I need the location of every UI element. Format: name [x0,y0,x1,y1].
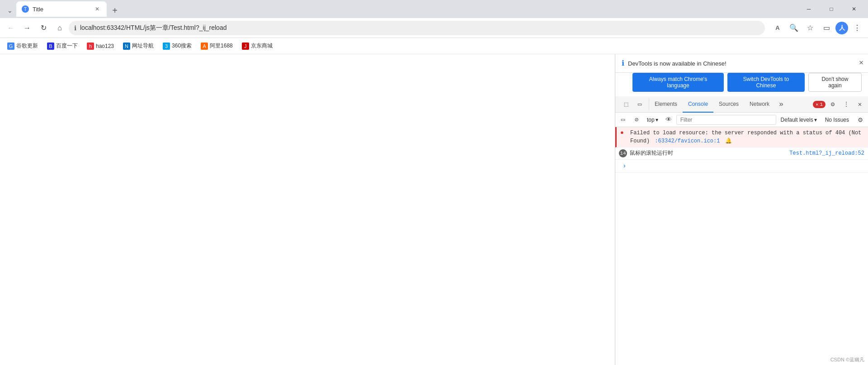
log-entry-error: ● Failed to load resource: the server re… [615,127,868,147]
nav-right-icons: A 🔍 ☆ ▭ 人 ⋮ [770,21,864,35]
banner-text-row: ℹ DevTools is now available in Chinese! … [615,54,868,73]
reload-button[interactable]: ↻ [36,21,51,35]
expand-arrow-icon[interactable]: › [619,161,630,171]
bookmark-label: 阿里1688 [210,42,233,50]
navigation-bar: ← → ↻ ⌂ ℹ localhost:63342/HTML/js第一章/Tes… [0,18,868,38]
more-tabs-button[interactable]: » [775,98,788,111]
console-toolbar: ▭ ⊘ top ▾ 👁 Default levels ▾ No Issues ⚙ [615,113,868,127]
log-entry-info: 14 鼠标的滚轮运行时 Test.html?_ij_reload:52 [615,147,868,160]
bookmark-item-ali[interactable]: A 阿里1688 [197,40,236,52]
tab-close-button[interactable]: ✕ [93,5,101,13]
error-file-link[interactable]: :63342/favicon.ico:1 [655,138,720,144]
tab-network[interactable]: Network [744,96,775,113]
title-bar: ⌄ T Title ✕ + ─ □ ✕ [0,0,868,18]
bookmark-label: 谷歌更新 [16,42,38,50]
banner-message: DevTools is now available in Chinese! [628,60,726,67]
banner-close-button[interactable]: ✕ [859,58,863,67]
bookmark-item-360[interactable]: 3 360搜索 [159,40,195,52]
banner-info-icon: ℹ [622,59,624,68]
home-button[interactable]: ⌂ [52,21,67,35]
address-bar[interactable]: ℹ localhost:63342/HTML/js第一章/Test.html?_… [69,21,765,35]
clear-console-icon[interactable]: ⊘ [631,114,642,126]
bookmark-item-google[interactable]: G 谷歌更新 [4,40,42,52]
address-info-icon: ℹ [74,24,76,32]
bookmark-label: 百度一下 [56,42,78,50]
console-filter-input[interactable] [676,115,776,125]
tab-favicon: T [22,5,29,13]
log-count-badge: 14 [619,149,627,157]
translate-icon[interactable]: A [770,21,785,35]
forward-button[interactable]: → [20,21,34,35]
info-log-text: 鼠标的滚轮运行时 [630,149,789,157]
browser-tab-active[interactable]: T Title ✕ [16,1,107,17]
banner-match-language-button[interactable]: Always match Chrome's language [632,73,724,92]
profile-avatar[interactable]: 人 [835,22,848,34]
tab-history-dropdown[interactable]: ⌄ [4,4,16,17]
bookmark-item-nav[interactable]: N 网址导航 [119,40,157,52]
device-toolbar-icon[interactable]: ▭ [633,98,646,111]
error-log-text: Failed to load resource: the server resp… [630,129,864,145]
bookmark-label: 360搜索 [172,42,192,50]
bookmark-icon-jd: J [242,43,249,50]
bookmark-label: hao123 [96,43,114,49]
address-text: localhost:63342/HTML/js第一章/Test.html?_ij… [80,24,760,32]
tab-sources[interactable]: Sources [713,96,744,113]
bookmark-icon-360: 3 [163,43,170,50]
browser-window: ⌄ T Title ✕ + ─ □ ✕ [0,0,868,365]
devtools-more-menu-icon[interactable]: ⋮ [840,98,853,111]
forward-icon: → [24,24,31,32]
minimize-button[interactable]: ─ [798,2,819,16]
issues-settings-icon[interactable]: ⚙ [854,114,866,126]
page-content [0,54,615,365]
log-expand-row: › [615,160,868,173]
banner-buttons: Always match Chrome's language Switch De… [615,73,868,96]
console-log: ● Failed to load resource: the server re… [615,127,868,365]
inspect-element-icon[interactable]: ⬚ [620,98,632,111]
no-issues-label: No Issues [821,117,853,123]
new-tab-button[interactable]: + [108,4,121,17]
bookmark-icon-google: G [7,43,14,50]
console-context-selector[interactable]: top ▾ [644,116,661,124]
tab-bar: ⌄ T Title ✕ + [4,1,798,17]
chrome-menu-icon[interactable]: ⋮ [850,21,864,35]
back-icon: ← [7,24,14,32]
devtools-panel-icons: ⬚ ▭ [617,98,649,111]
devtools-right-icons: ✕ 1 ⚙ ⋮ ✕ [813,98,866,111]
search-icon[interactable]: 🔍 [787,21,801,35]
devtools-panel: ℹ DevTools is now available in Chinese! … [615,54,868,365]
info-file-link[interactable]: Test.html?_ij_reload:52 [789,150,864,156]
devtools-banner: ℹ DevTools is now available in Chinese! … [615,54,868,96]
devtools-close-icon[interactable]: ✕ [854,98,866,111]
tab-console[interactable]: Console [683,96,713,113]
reload-icon: ↻ [41,24,47,32]
banner-switch-button[interactable]: Switch DevTools to Chinese [727,73,805,92]
back-button[interactable]: ← [4,21,18,35]
bookmark-icon-baidu: B [47,43,54,50]
close-button[interactable]: ✕ [844,2,864,16]
watermark: CSDN ©蓝幽凡 [830,356,864,363]
error-count-badge[interactable]: ✕ 1 [813,101,826,108]
bookmark-item-baidu[interactable]: B 百度一下 [43,40,81,52]
error-icon: ● [620,129,627,136]
bookmark-label: 网址导航 [132,42,154,50]
eye-icon[interactable]: 👁 [663,114,675,126]
window-controls: ─ □ ✕ [798,2,864,16]
sidebar-toggle-icon[interactable]: ▭ [819,21,834,35]
home-icon: ⌂ [57,24,62,32]
bookmark-icon-hao123: h [87,43,94,50]
log-levels-selector[interactable]: Default levels ▾ [778,116,820,124]
content-area: ℹ DevTools is now available in Chinese! … [0,54,868,365]
bookmark-item-jd[interactable]: J 京东商城 [238,40,276,52]
tab-elements[interactable]: Elements [649,96,683,113]
bookmark-icon-nav: N [123,43,130,50]
bookmark-star-icon[interactable]: ☆ [803,21,817,35]
maximize-button[interactable]: □ [821,2,842,16]
levels-dropdown-icon: ▾ [814,117,817,123]
devtools-settings-icon[interactable]: ⚙ [826,98,839,111]
console-sidebar-icon[interactable]: ▭ [617,114,629,126]
dropdown-arrow-icon: ▾ [656,117,658,123]
banner-dismiss-button[interactable]: Don't show again [808,73,862,92]
bookmark-item-hao123[interactable]: h hao123 [83,41,118,52]
devtools-tabs: ⬚ ▭ Elements Console Sources Network » [615,96,868,113]
bookmark-label: 京东商城 [251,42,273,50]
